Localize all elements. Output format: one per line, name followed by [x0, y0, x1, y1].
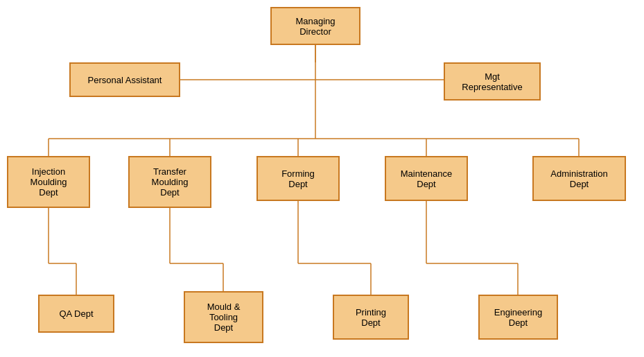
- org-chart: ManagingDirector Personal Assistant MgtR…: [0, 0, 644, 357]
- personal-assistant-box: Personal Assistant: [69, 62, 180, 97]
- mgt-representative-box: MgtRepresentative: [444, 62, 541, 101]
- forming-box: FormingDept: [256, 156, 340, 201]
- managing-director-box: ManagingDirector: [270, 7, 360, 45]
- qa-dept-box: QA Dept: [38, 295, 114, 333]
- engineering-box: EngineeringDept: [478, 295, 558, 340]
- transfer-moulding-box: TransferMouldingDept: [128, 156, 211, 208]
- mould-tooling-box: Mould &ToolingDept: [184, 291, 263, 343]
- printing-box: PrintingDept: [333, 295, 409, 340]
- injection-moulding-box: InjectionMouldingDept: [7, 156, 90, 208]
- administration-box: AdministrationDept: [532, 156, 626, 201]
- maintenance-box: MaintenanceDept: [385, 156, 468, 201]
